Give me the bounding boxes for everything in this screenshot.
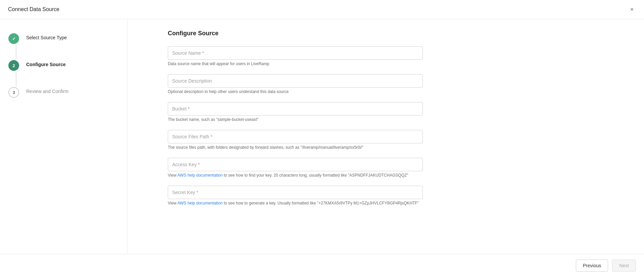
secret-key-hint: View AWS help documentation to see how t… — [168, 201, 423, 205]
step2-icon-area: 2 — [11, 59, 21, 86]
step1-label: Select Source Type — [26, 33, 67, 40]
bucket-group: The bucket name, such as "sample-bucket-… — [168, 102, 604, 122]
step3-number: 3 — [12, 90, 15, 95]
modal-title: Connect Data Source — [8, 6, 59, 12]
step2-label: Configure Source — [26, 60, 65, 67]
secret-key-hint-prefix: View — [168, 201, 177, 205]
step2-connector — [16, 72, 16, 86]
step1-icon-area: ✓ — [11, 33, 21, 59]
previous-button[interactable]: Previous — [576, 260, 608, 272]
step3-icon-area: 3 — [11, 86, 21, 98]
steps-container: ✓ Select Source Type 2 — [11, 33, 116, 98]
step2-number: 2 — [12, 63, 15, 68]
step3-label: Review and Confirm — [26, 87, 68, 94]
source-description-group: Optional description to help other users… — [168, 74, 604, 94]
secret-key-hint-suffix: to see how to generate a key. Usually fo… — [222, 201, 419, 205]
step3-icon: 3 — [8, 87, 19, 98]
bucket-input[interactable] — [168, 102, 423, 116]
secret-key-input[interactable] — [168, 186, 423, 199]
source-name-hint: Data source name that will appear for us… — [168, 61, 423, 66]
source-description-hint: Optional description to help other users… — [168, 89, 423, 94]
stepper-sidebar: ✓ Select Source Type 2 — [0, 19, 128, 254]
modal-body: ✓ Select Source Type 2 — [0, 19, 644, 254]
source-name-input[interactable] — [168, 46, 423, 60]
step-select-source-type: ✓ Select Source Type — [11, 33, 116, 59]
modal-container: Connect Data Source × ✓ — [0, 0, 644, 277]
source-files-path-input[interactable] — [168, 130, 423, 143]
step-configure-source: 2 Configure Source — [11, 59, 116, 86]
step2-icon: 2 — [8, 60, 19, 71]
step-review-confirm: 3 Review and Confirm — [11, 86, 116, 98]
source-files-path-group: The source files path, with folders desi… — [168, 130, 604, 150]
close-button[interactable]: × — [628, 5, 636, 13]
secret-key-aws-link[interactable]: AWS help documentation — [177, 201, 222, 205]
bucket-hint: The bucket name, such as "sample-bucket-… — [168, 117, 423, 122]
source-description-input[interactable] — [168, 74, 423, 88]
modal-header: Connect Data Source × — [0, 0, 644, 19]
access-key-hint-prefix: View — [168, 173, 177, 178]
access-key-input[interactable] — [168, 158, 423, 171]
access-key-group: View AWS help documentation to see how t… — [168, 158, 604, 178]
form-section-title: Configure Source — [168, 30, 604, 37]
secret-key-group: View AWS help documentation to see how t… — [168, 186, 604, 205]
access-key-aws-link[interactable]: AWS help documentation — [177, 173, 222, 178]
source-files-path-hint: The source files path, with folders desi… — [168, 145, 423, 150]
source-name-group: Data source name that will appear for us… — [168, 46, 604, 66]
access-key-hint-suffix: to see how to find your key. 20 characte… — [222, 173, 408, 178]
modal-footer: Previous Next — [0, 254, 644, 277]
main-form-area: Configure Source Data source name that w… — [128, 19, 644, 254]
close-icon: × — [630, 6, 634, 13]
step1-connector — [16, 45, 16, 59]
access-key-hint: View AWS help documentation to see how t… — [168, 173, 423, 178]
next-button[interactable]: Next — [612, 260, 636, 272]
step1-icon: ✓ — [8, 33, 19, 44]
checkmark-icon: ✓ — [12, 36, 16, 41]
